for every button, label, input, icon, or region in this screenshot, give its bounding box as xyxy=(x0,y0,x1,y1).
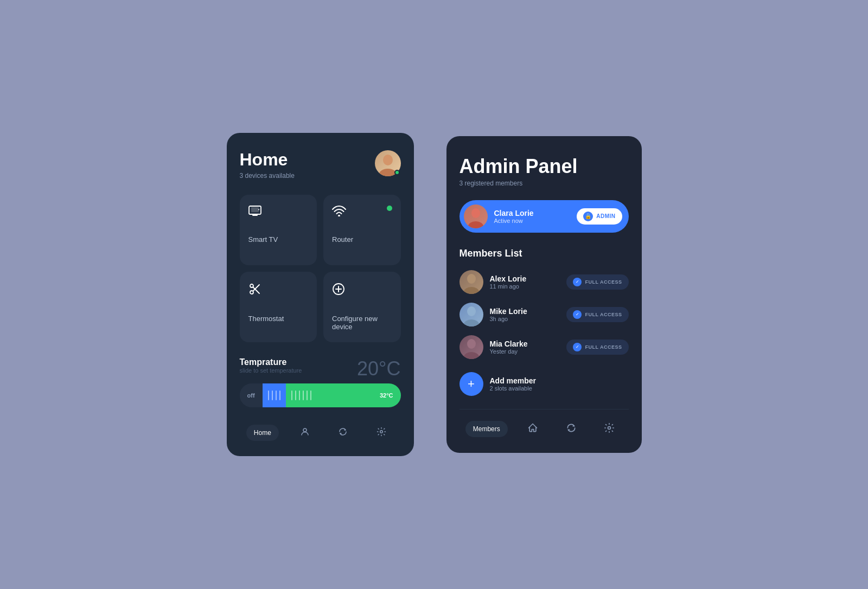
router-online-dot xyxy=(387,206,392,211)
add-member-info: Add member 2 slots available xyxy=(490,376,537,392)
slider-tick xyxy=(272,390,273,400)
member-name: Alex Lorie xyxy=(490,274,560,283)
svg-point-23 xyxy=(464,352,479,359)
svg-point-24 xyxy=(608,426,611,429)
member-avatar-alex xyxy=(459,270,483,294)
thermostat-label: Thermostat xyxy=(248,315,284,323)
slider-tick xyxy=(299,390,300,400)
home-bottom-nav: Home xyxy=(240,422,401,443)
refresh-icon xyxy=(338,427,348,439)
home-panel: Home 3 devices available xyxy=(227,133,414,456)
member-info: Alex Lorie 11 min ago xyxy=(490,274,560,290)
member-row[interactable]: Mia Clarke Yester day ✓ FULL ACCESS xyxy=(459,335,629,359)
svg-point-21 xyxy=(464,319,479,326)
active-user-name: Clara Lorie xyxy=(494,209,571,217)
admin-panel: Admin Panel 3 registered members Clara L… xyxy=(446,136,642,453)
access-text: FULL ACCESS xyxy=(585,312,622,317)
slider-off-label: off xyxy=(240,383,263,407)
nav-refresh[interactable] xyxy=(330,422,355,443)
slider-green-section xyxy=(286,383,380,407)
add-member-slots: 2 slots available xyxy=(490,385,537,392)
member-row[interactable]: Mike Lorie 3h ago ✓ FULL ACCESS xyxy=(459,303,629,326)
user-avatar-wrap[interactable] xyxy=(375,150,401,176)
slider-tick xyxy=(276,390,277,400)
check-icon: ✓ xyxy=(573,343,582,351)
member-time: Yester day xyxy=(490,348,560,355)
admin-subtitle: 3 registered members xyxy=(459,180,629,187)
scissors-icon xyxy=(248,283,261,297)
svg-point-22 xyxy=(467,339,476,349)
home-title-block: Home 3 devices available xyxy=(240,150,295,179)
access-badge: ✓ FULL ACCESS xyxy=(566,307,628,322)
add-member-button[interactable]: + xyxy=(459,372,483,396)
refresh-icon xyxy=(566,422,577,436)
check-icon: ✓ xyxy=(573,278,582,286)
device-card-top xyxy=(248,283,309,297)
svg-point-16 xyxy=(471,208,480,218)
check-icon: ✓ xyxy=(573,310,582,319)
nav-person[interactable] xyxy=(292,422,317,443)
router-card[interactable]: Router xyxy=(323,195,401,265)
active-user-status: Active now xyxy=(494,217,571,224)
members-list-title: Members List xyxy=(459,248,629,259)
active-user-info: Clara Lorie Active now xyxy=(494,209,571,224)
person-icon xyxy=(300,427,310,439)
nav-home[interactable]: Home xyxy=(246,425,279,441)
temperature-slider[interactable]: off 32°C xyxy=(240,383,401,407)
add-member-row[interactable]: + Add member 2 slots available xyxy=(459,372,629,396)
lock-icon: 🔒 xyxy=(583,212,593,221)
temp-value: 20°C xyxy=(357,357,400,380)
home-icon xyxy=(527,422,538,436)
admin-nav-members[interactable]: Members xyxy=(465,421,508,437)
tv-icon xyxy=(248,206,261,218)
configure-card[interactable]: Configure new device xyxy=(323,272,401,342)
admin-badge-text: ADMIN xyxy=(596,213,615,219)
smart-tv-card[interactable]: Smart TV xyxy=(240,195,317,265)
access-badge: ✓ FULL ACCESS xyxy=(566,274,628,290)
active-user-card[interactable]: Clara Lorie Active now 🔒 ADMIN xyxy=(459,200,629,233)
member-time: 3h ago xyxy=(490,316,560,322)
member-time: 11 min ago xyxy=(490,283,560,290)
slider-end-label: 32°C xyxy=(380,383,401,407)
svg-point-20 xyxy=(467,306,476,316)
device-card-top xyxy=(332,283,392,297)
svg-point-5 xyxy=(258,209,259,210)
slider-tick xyxy=(291,390,292,400)
member-name: Mia Clarke xyxy=(490,340,560,348)
admin-nav-settings[interactable] xyxy=(596,418,622,440)
admin-bottom-nav: Members xyxy=(459,409,629,440)
temp-label-block: Temprature slide to set temperature xyxy=(240,357,302,381)
member-row[interactable]: Alex Lorie 11 min ago ✓ FULL ACCESS xyxy=(459,270,629,294)
slider-tick xyxy=(295,390,296,400)
temp-hint: slide to set temperature xyxy=(240,367,302,374)
slider-tick xyxy=(310,390,311,400)
member-info: Mike Lorie 3h ago xyxy=(490,307,560,322)
nav-settings[interactable] xyxy=(369,422,394,443)
admin-header: Admin Panel 3 registered members xyxy=(459,156,629,187)
members-list: Alex Lorie 11 min ago ✓ FULL ACCESS Mike… xyxy=(459,270,629,359)
svg-point-1 xyxy=(379,169,397,176)
svg-point-17 xyxy=(468,221,483,228)
member-avatar-mike xyxy=(459,303,483,326)
wifi-icon xyxy=(332,206,346,218)
thermostat-card[interactable]: Thermostat xyxy=(240,272,317,342)
home-title: Home xyxy=(240,150,295,169)
home-subtitle: 3 devices available xyxy=(240,172,295,180)
add-member-label: Add member xyxy=(490,376,537,385)
access-badge: ✓ FULL ACCESS xyxy=(566,340,628,355)
temp-label: Temprature xyxy=(240,357,302,367)
router-label: Router xyxy=(332,235,353,244)
settings-icon xyxy=(376,427,386,439)
home-nav-label: Home xyxy=(254,429,271,437)
svg-rect-3 xyxy=(252,215,258,216)
plus-circle-icon xyxy=(332,283,345,297)
device-card-top xyxy=(248,206,309,218)
members-nav-label: Members xyxy=(473,425,500,433)
smart-tv-label: Smart TV xyxy=(248,235,278,244)
admin-nav-home[interactable] xyxy=(520,418,546,440)
admin-nav-refresh[interactable] xyxy=(558,418,584,440)
online-indicator xyxy=(394,170,400,175)
active-user-avatar xyxy=(464,204,488,228)
svg-rect-4 xyxy=(251,207,259,212)
temp-header: Temprature slide to set temperature 20°C xyxy=(240,357,401,381)
